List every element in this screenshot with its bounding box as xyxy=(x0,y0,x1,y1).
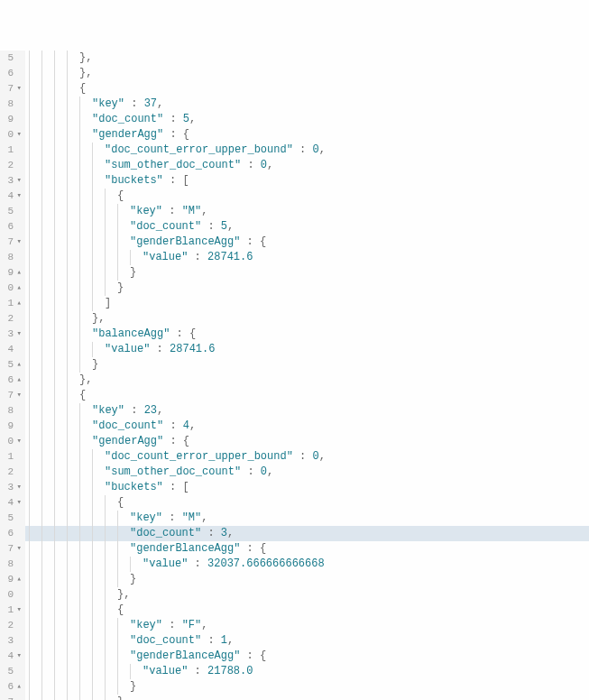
fold-icon[interactable]: ▾ xyxy=(14,495,22,511)
line-number: 3 xyxy=(7,480,14,495)
fold-icon[interactable]: ▾ xyxy=(14,235,22,250)
indent-guide xyxy=(79,633,92,649)
code-line[interactable]: "genderAgg" : { xyxy=(25,434,589,449)
code-line[interactable]: "key" : 23, xyxy=(25,403,589,419)
code-line[interactable]: "sum_other_doc_count" : 0, xyxy=(25,158,589,173)
indent-guide xyxy=(41,158,54,173)
line-number: 1 xyxy=(7,296,14,311)
indent-guide xyxy=(67,112,79,127)
fold-icon[interactable]: ▾ xyxy=(14,388,22,403)
indent-guide xyxy=(92,541,105,557)
code-line[interactable]: } xyxy=(25,572,589,587)
fold-icon[interactable]: ▴ xyxy=(14,572,22,587)
code-line[interactable]: "genderBlanceAgg" : { xyxy=(25,649,589,664)
code-line[interactable]: "genderAgg" : { xyxy=(25,127,589,143)
code-line[interactable]: "key" : "F", xyxy=(25,618,589,633)
code-line[interactable]: "doc_count" : 1, xyxy=(25,633,589,649)
code-line[interactable]: { xyxy=(25,603,589,618)
fold-icon[interactable]: ▴ xyxy=(14,373,22,388)
code-line[interactable]: "doc_count_error_upper_bound" : 0, xyxy=(25,143,589,158)
indent-guide xyxy=(41,572,54,587)
fold-icon[interactable]: ▾ xyxy=(14,327,22,342)
code-line[interactable]: ] xyxy=(25,296,589,311)
code-line[interactable]: "doc_count" : 5, xyxy=(25,219,589,235)
code-line[interactable]: }, xyxy=(25,66,589,81)
fold-icon[interactable]: ▾ xyxy=(14,189,22,204)
code-line[interactable]: "key" : 37, xyxy=(25,97,589,112)
fold-icon[interactable]: ▴ xyxy=(14,695,22,700)
gutter-line: 8 xyxy=(0,557,22,572)
code-line[interactable]: }, xyxy=(25,311,589,327)
code-line[interactable]: "value" : 28741.6 xyxy=(25,250,589,265)
code-line[interactable]: "buckets" : [ xyxy=(25,480,589,495)
code-line[interactable]: }, xyxy=(25,373,589,388)
code-line[interactable]: "key" : "M", xyxy=(25,204,589,219)
fold-icon[interactable]: ▾ xyxy=(14,603,22,618)
code-line[interactable]: "value" : 21788.0 xyxy=(25,664,589,679)
fold-icon[interactable]: ▴ xyxy=(14,281,22,296)
fold-icon[interactable]: ▴ xyxy=(14,357,22,373)
indent-guide xyxy=(117,235,130,250)
code-line[interactable]: } xyxy=(25,679,589,695)
code-line[interactable]: "doc_count" : 4, xyxy=(25,419,589,434)
code-line[interactable]: "key" : "M", xyxy=(25,511,589,526)
token-num: 0 xyxy=(312,450,318,463)
code-line[interactable]: "balanceAgg" : { xyxy=(25,327,589,342)
code-line[interactable]: }, xyxy=(25,51,589,66)
fold-icon[interactable]: ▾ xyxy=(14,81,22,97)
indent-guide xyxy=(67,649,79,664)
token-key: "doc_count_error_upper_bound" xyxy=(105,450,293,463)
token-brace: } xyxy=(117,695,124,700)
indent-guide xyxy=(105,649,117,664)
fold-icon[interactable]: ▾ xyxy=(14,127,22,143)
token-num: 1 xyxy=(221,634,227,647)
code-line[interactable]: { xyxy=(25,189,589,204)
indent-guide xyxy=(41,250,54,265)
fold-icon[interactable]: ▾ xyxy=(14,480,22,495)
code-area[interactable]: },},{"key" : 37,"doc_count" : 5,"genderA… xyxy=(25,51,589,700)
indent-guide xyxy=(41,51,54,66)
line-content: "doc_count" : 5, xyxy=(92,113,196,125)
indent-guide xyxy=(67,189,79,204)
code-line[interactable]: "doc_count" : 3, xyxy=(25,526,589,541)
code-line[interactable]: { xyxy=(25,495,589,511)
code-line[interactable]: "buckets" : [ xyxy=(25,173,589,189)
code-line[interactable]: } xyxy=(25,265,589,281)
indent-guide xyxy=(79,173,92,189)
code-line[interactable]: "doc_count" : 5, xyxy=(25,112,589,127)
indent-guide xyxy=(92,526,105,541)
fold-icon[interactable]: ▾ xyxy=(14,541,22,557)
code-line[interactable]: } xyxy=(25,357,589,373)
indent-guide xyxy=(29,603,41,618)
code-line[interactable]: "doc_count_error_upper_bound" : 0, xyxy=(25,449,589,465)
indent-guide xyxy=(105,587,117,603)
indent-guide xyxy=(54,357,67,373)
indent-guide xyxy=(29,587,41,603)
fold-icon[interactable]: ▴ xyxy=(14,296,22,311)
indent-guide xyxy=(41,204,54,219)
indent-guide xyxy=(54,112,67,127)
code-line[interactable]: }, xyxy=(25,587,589,603)
gutter-line: 2 xyxy=(0,311,22,327)
code-line[interactable]: "value" : 32037.666666666668 xyxy=(25,557,589,572)
indent-guide xyxy=(67,342,79,357)
code-editor[interactable]: 567▾890▾123▾4▾567▾89▴0▴1▴23▾45▴6▴7▾890▾1… xyxy=(0,51,589,700)
code-line[interactable]: } xyxy=(25,695,589,700)
token-num: 37 xyxy=(144,97,157,110)
code-line[interactable]: } xyxy=(25,281,589,296)
fold-icon[interactable]: ▴ xyxy=(14,679,22,695)
code-line[interactable]: "genderBlanceAgg" : { xyxy=(25,235,589,250)
indent-guide xyxy=(67,97,79,112)
code-line[interactable]: { xyxy=(25,388,589,403)
fold-icon[interactable]: ▾ xyxy=(14,173,22,189)
indent-guide xyxy=(41,311,54,327)
code-line[interactable]: "value" : 28741.6 xyxy=(25,342,589,357)
fold-icon[interactable]: ▾ xyxy=(14,649,22,664)
code-line[interactable]: "sum_other_doc_count" : 0, xyxy=(25,465,589,480)
indent-guide xyxy=(41,219,54,235)
code-line[interactable]: "genderBlanceAgg" : { xyxy=(25,541,589,557)
code-line[interactable]: { xyxy=(25,81,589,97)
line-number: 1 xyxy=(7,143,14,158)
fold-icon[interactable]: ▴ xyxy=(14,265,22,281)
fold-icon[interactable]: ▾ xyxy=(14,434,22,449)
